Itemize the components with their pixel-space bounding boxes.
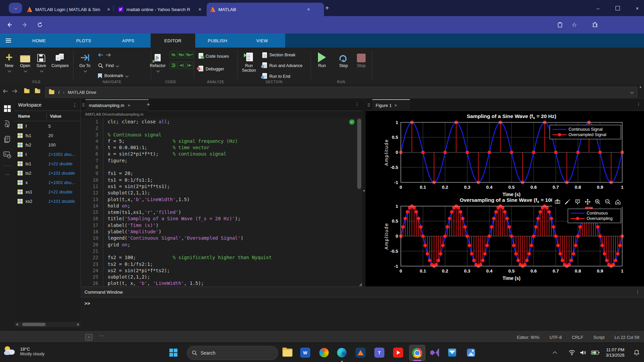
subplot-bottom[interactable]: 00.10.20.30.40.50.60.70.80.91-1-0.500.51… [384, 197, 624, 281]
wrap-comments-button[interactable]: %↵ [186, 51, 193, 58]
tab-home[interactable]: HOME [17, 34, 61, 48]
line-number[interactable]: 8 [81, 164, 98, 170]
weather-widget[interactable]: 18°C Mostly cloudy [4, 346, 45, 357]
workspace-row[interactable]: xs21×101 double [15, 196, 80, 206]
code-line[interactable] [108, 248, 353, 254]
collapse-left-icon[interactable] [363, 190, 365, 192]
editor-tab-close-icon[interactable]: × [128, 103, 130, 108]
code-line[interactable]: f = 5; % signal frequency (Hz) [108, 138, 353, 144]
status-cursor-position[interactable]: Ln 22 Col 59 [614, 335, 639, 340]
close-button[interactable]: × [628, 0, 644, 16]
history-forward-button[interactable] [12, 89, 17, 95]
terminal-toggle-icon[interactable]: › [85, 334, 93, 341]
panel-grip-icon[interactable] [82, 103, 85, 107]
step-button[interactable]: Step [335, 50, 352, 68]
run-button[interactable]: Run [313, 50, 331, 68]
command-window-menu-button[interactable]: ⋮ [636, 289, 640, 295]
workspace-hscrollbar[interactable] [15, 322, 80, 327]
sidebar-find-files-button[interactable] [3, 119, 12, 129]
tab-search-button[interactable] [9, 3, 22, 13]
workspace-row[interactable]: f5 [15, 121, 80, 131]
code-line[interactable]: title('Sampling of a Sine Wave (f_s = 20… [108, 216, 353, 222]
minimize-button[interactable]: – [589, 0, 607, 16]
line-number[interactable]: 25 [81, 274, 98, 280]
code-line[interactable]: x = sin(2*pi*f*t); % continuous signal [108, 151, 353, 157]
reload-button[interactable] [36, 20, 44, 29]
taskbar-app-copilot[interactable] [317, 346, 331, 359]
code-line[interactable]: % Continuous signal [108, 132, 353, 138]
code-line[interactable] [108, 125, 353, 131]
line-number[interactable]: 14 [81, 203, 98, 209]
column-name[interactable]: Name [18, 114, 46, 119]
code-line[interactable]: fs2 = 100; % significantly higher than N… [108, 254, 353, 261]
sidebar-more-button[interactable]: ⋯ [3, 170, 12, 179]
editor-menu-button[interactable]: ⋮ [355, 102, 359, 107]
line-number[interactable]: 11 [81, 183, 98, 190]
tab-apps[interactable]: APPS [106, 34, 151, 48]
workspace-row[interactable]: t1×1001 dou... [15, 149, 80, 159]
start-button[interactable] [167, 346, 180, 359]
column-value[interactable]: Value [50, 114, 61, 119]
tab-close-icon[interactable]: × [106, 6, 112, 12]
chevron-down-icon[interactable] [630, 90, 634, 94]
code-line[interactable]: fs1 = 20; [108, 170, 353, 177]
line-number[interactable]: 16 [81, 216, 98, 222]
legend[interactable]: ContinuousOversampling [568, 209, 621, 223]
clipboard-button[interactable] [555, 20, 564, 29]
code-line[interactable]: xs1 = sin(2*pi*f*ts1); [108, 183, 353, 190]
code-line[interactable]: figure; [108, 158, 353, 164]
code-line[interactable]: ylabel('Amplitude') [108, 229, 353, 235]
refresh-folder-button[interactable]: ↻ [35, 89, 40, 94]
taskbar-search[interactable]: Search [187, 346, 278, 360]
code-line[interactable]: ts1 = 0:1/fs1:1; [108, 177, 353, 183]
line-number[interactable]: 15 [81, 209, 98, 216]
code-line[interactable]: stem(ts1,xs1,'r','filled') [108, 209, 353, 216]
tab-close-icon[interactable]: × [197, 6, 203, 12]
panel-splitter[interactable] [362, 99, 366, 287]
code-line[interactable]: plot(t, x, 'b', 'LineWidth', 1.5); [108, 280, 353, 287]
code-line[interactable]: plot(t,x,'b','LineWidth',1.5) [108, 196, 353, 203]
new-button[interactable]: + New [1, 50, 17, 73]
comment-button[interactable]: % [170, 51, 177, 58]
tab-publish[interactable]: PUBLISH [195, 34, 240, 48]
taskbar-app-visual-studio[interactable] [428, 346, 441, 359]
taskbar-app-explorer[interactable] [281, 346, 294, 359]
taskbar-app-mail[interactable] [445, 346, 459, 359]
maximize-button[interactable] [608, 0, 627, 16]
line-number[interactable]: 4 [81, 138, 98, 144]
line-number[interactable]: 21 [81, 248, 98, 254]
line-number[interactable]: 20 [81, 242, 98, 248]
column-divider[interactable] [46, 113, 47, 119]
smart-indent-button[interactable] [170, 62, 177, 69]
workspace-menu-button[interactable]: ⋮ [72, 102, 77, 108]
line-number[interactable]: 18 [81, 229, 98, 235]
sidebar-files-button[interactable] [3, 135, 12, 144]
tray-battery[interactable] [591, 343, 600, 362]
tab-editor[interactable]: EDITOR [151, 34, 195, 48]
line-number[interactable]: 22 [81, 254, 98, 261]
status-encoding[interactable]: UTF-8 [549, 335, 562, 340]
scroll-right-icon[interactable] [77, 323, 79, 326]
upload-button[interactable]: ↑ [24, 89, 30, 94]
code-line[interactable]: legend('Continuous Signal','Oversampled … [108, 235, 353, 241]
figure-menu-button[interactable]: ⋮ [636, 102, 641, 107]
code-line[interactable]: xlabel('Time (s)') [108, 222, 353, 229]
line-number[interactable]: 1 [81, 119, 98, 125]
breadcrumb-root[interactable]: / [58, 90, 60, 95]
line-number[interactable]: 19 [81, 235, 98, 241]
status-line-ending[interactable]: CRLF [572, 335, 583, 340]
workspace-row[interactable]: ts21×101 double [15, 168, 80, 178]
stop-button[interactable]: Stop [353, 50, 370, 68]
indent-right-button[interactable] [178, 62, 185, 69]
code-line[interactable]: subplot(2,1,1); [108, 190, 353, 196]
code-lines[interactable]: clc; clear; close all; % Continuous sign… [108, 119, 353, 287]
status-file-type[interactable]: Script [593, 335, 604, 340]
back-button[interactable] [5, 20, 14, 29]
line-number[interactable]: 10 [81, 177, 98, 183]
browser-tab-matlab-login[interactable]: MATLAB Login | MATLAB & Sim × [23, 3, 119, 16]
line-number[interactable]: 2 [81, 125, 98, 131]
tray-clock[interactable]: 11:07 PM 3/13/2026 [606, 343, 625, 362]
scroll-thumb[interactable] [22, 323, 46, 326]
line-number[interactable]: 26 [81, 280, 98, 287]
line-number[interactable]: 24 [81, 267, 98, 274]
